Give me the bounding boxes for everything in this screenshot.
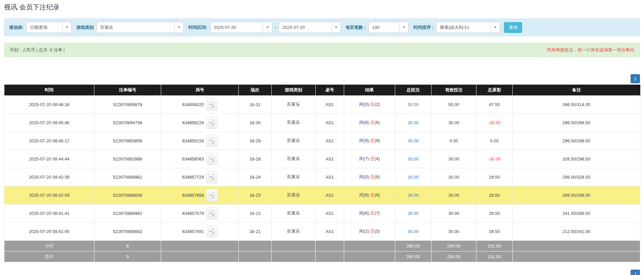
chevron-down-icon bbox=[174, 22, 183, 33]
summary-valid-bet: 230.00 bbox=[431, 251, 476, 262]
video-file-icon bbox=[209, 137, 215, 144]
cell-time: 2025-07-20 08:41:05 bbox=[4, 222, 94, 240]
video-replay-button[interactable] bbox=[206, 153, 218, 165]
cell-result: 闲(0) 庄(2) bbox=[344, 95, 395, 113]
cell-table-no: AS1 bbox=[316, 186, 344, 204]
banker-label: 庄 bbox=[370, 138, 374, 143]
cell-result: 闲(6) 庄(7) bbox=[344, 204, 395, 222]
cell-table-no: AS1 bbox=[316, 150, 344, 168]
cell-remark: 298.00/326.50 bbox=[513, 168, 640, 186]
round-id: 634858229 bbox=[182, 120, 204, 125]
cell-result: 闲(2) 庄(5) bbox=[344, 222, 395, 240]
cell-time: 2025-07-20 08:46:16 bbox=[4, 95, 94, 113]
video-replay-button[interactable] bbox=[206, 171, 218, 183]
total-bet-link[interactable]: 30.00 bbox=[408, 120, 419, 125]
cell-time: 2025-07-20 08:45:45 bbox=[4, 113, 94, 132]
cell-bet-id: 522670888006 bbox=[94, 186, 161, 204]
video-replay-button[interactable] bbox=[206, 98, 218, 111]
video-file-icon bbox=[209, 155, 215, 163]
time-sort-value: 降幂(由大到小) bbox=[436, 22, 491, 33]
note-text: 同局有效投注，统一计算在该局第一张注单内 bbox=[547, 47, 634, 53]
page-1-button[interactable]: 1 bbox=[631, 74, 640, 83]
cell-remark: 241.00/269.50 bbox=[513, 204, 640, 222]
cell-bet-id: 522670894736 bbox=[94, 113, 161, 132]
bet-records-table: 时间 注单编号 局号 场次 游戏类别 桌号 结果 总投注 有效投注 总派彩 备注… bbox=[4, 85, 640, 262]
cell-bet-id: 522670885682 bbox=[94, 222, 161, 240]
total-bet-link[interactable]: 50.00 bbox=[408, 102, 419, 107]
video-file-icon bbox=[209, 101, 215, 108]
page-size-select[interactable]: 100 bbox=[368, 22, 409, 33]
cell-table-no: AS1 bbox=[316, 222, 344, 240]
cell-result: 闲(7) 庄(4) bbox=[344, 150, 395, 168]
game-category-label: 游戏类别 bbox=[76, 25, 94, 31]
cell-total-payout: 28.50 bbox=[476, 222, 513, 240]
player-score: (6) bbox=[364, 192, 369, 197]
cell-total-bet: 30.00 bbox=[395, 150, 431, 168]
time-sort-select[interactable]: 降幂(由大到小) bbox=[436, 22, 500, 33]
pagination-top: 1 bbox=[4, 74, 640, 83]
table-row: 2025-07-20 08:41:05 522670885682 6348574… bbox=[4, 222, 640, 240]
table-row: 2025-07-20 08:46:16 522670895678 6348583… bbox=[4, 95, 640, 113]
cell-bet-id: 522670888962 bbox=[94, 168, 161, 186]
page-1-button[interactable]: 1 bbox=[631, 270, 640, 275]
cell-time: 2025-07-20 08:44:44 bbox=[4, 150, 94, 168]
page: 视讯 会员下注纪录 请选择: 日期查询 游戏类别 百家乐 时间区间: 2025-… bbox=[0, 0, 644, 275]
total-bet-link[interactable]: 30.00 bbox=[408, 156, 419, 162]
cell-session: 16-24 bbox=[239, 168, 272, 186]
summary-total-bet: 260.00 bbox=[395, 240, 431, 251]
cell-total-bet: 30.00 bbox=[395, 222, 431, 240]
cell-total-bet: 50.00 bbox=[395, 95, 431, 113]
query-type-label: 请选择: bbox=[9, 25, 24, 31]
cell-round-id: 634858229 bbox=[161, 113, 239, 132]
cell-game-category: 百家乐 bbox=[272, 113, 316, 132]
total-bet-link[interactable]: 30.00 bbox=[408, 138, 419, 143]
video-replay-button[interactable] bbox=[206, 207, 218, 220]
video-file-icon bbox=[209, 210, 215, 217]
player-label: 闲 bbox=[359, 102, 364, 107]
summary-total-bet: 260.00 bbox=[395, 251, 431, 262]
cell-time: 2025-07-20 08:42:09 bbox=[4, 186, 94, 204]
table-row: 2025-07-20 08:45:17 522670893856 6348581… bbox=[4, 132, 640, 150]
round-id: 634857491 bbox=[182, 229, 204, 234]
banker-label: 庄 bbox=[370, 174, 374, 179]
player-label: 闲 bbox=[359, 174, 364, 179]
date-from-value: 2025-07-20 bbox=[211, 22, 263, 33]
banker-score: (2) bbox=[374, 102, 380, 107]
summary-valid-bet: 230.00 bbox=[431, 240, 476, 251]
banker-score: (5) bbox=[374, 229, 380, 234]
video-replay-button[interactable] bbox=[206, 135, 218, 147]
total-bet-link[interactable]: 30.00 bbox=[408, 175, 419, 180]
header-valid-bet: 有效投注 bbox=[431, 85, 476, 95]
query-type-select[interactable]: 日期查询 bbox=[26, 22, 72, 33]
query-button[interactable]: 查询 bbox=[504, 22, 522, 33]
round-id: 634857579 bbox=[182, 211, 204, 216]
cell-result: 闲(8) 庄(6) bbox=[344, 113, 395, 132]
total-bet-link[interactable]: 30.00 bbox=[408, 211, 419, 216]
cell-session: 16-22 bbox=[239, 204, 272, 222]
game-category-select[interactable]: 百家乐 bbox=[96, 22, 184, 33]
cell-valid-bet: 30.00 bbox=[431, 222, 476, 240]
date-from-picker[interactable]: 2025-07-20 bbox=[210, 22, 272, 33]
cell-game-category: 百家乐 bbox=[272, 95, 316, 113]
total-bet-link[interactable]: 30.00 bbox=[408, 193, 419, 198]
total-bet-link[interactable]: 30.00 bbox=[408, 229, 419, 234]
video-replay-button[interactable] bbox=[206, 117, 218, 129]
cell-round-id: 634857658 bbox=[161, 186, 239, 204]
cell-total-bet: 30.00 bbox=[395, 132, 431, 150]
video-replay-button[interactable] bbox=[206, 225, 218, 238]
banker-score: (9) bbox=[374, 138, 380, 143]
summary-row: 总计 8 260.00 230.00 101.50 bbox=[4, 251, 640, 262]
summary-label: 小计 bbox=[4, 240, 94, 251]
cell-game-category: 百家乐 bbox=[272, 132, 316, 150]
cell-game-category: 百家乐 bbox=[272, 150, 316, 168]
cell-valid-bet: 30.00 bbox=[431, 186, 476, 204]
video-replay-button[interactable] bbox=[206, 189, 218, 201]
header-result: 结果 bbox=[344, 85, 395, 95]
cell-table-no: AS1 bbox=[316, 168, 344, 186]
date-to-picker[interactable]: 2025-07-20 bbox=[279, 22, 341, 33]
cell-time: 2025-07-20 08:42:39 bbox=[4, 168, 94, 186]
game-category-value: 百家乐 bbox=[97, 22, 174, 33]
player-label: 闲 bbox=[359, 156, 364, 161]
chevron-down-icon bbox=[491, 22, 500, 33]
table-header-row: 时间 注单编号 局号 场次 游戏类别 桌号 结果 总投注 有效投注 总派彩 备注 bbox=[4, 85, 640, 95]
